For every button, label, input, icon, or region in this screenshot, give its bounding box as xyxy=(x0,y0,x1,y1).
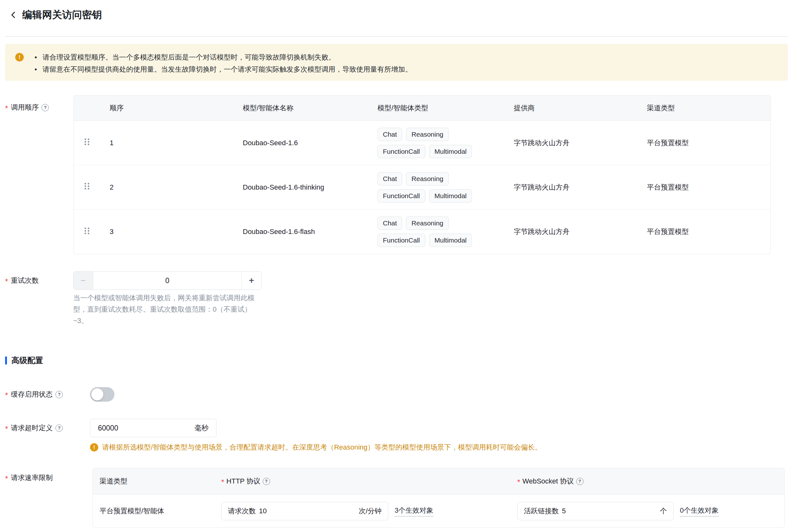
tag-line: Chat Reasoning xyxy=(378,172,514,186)
rate-http-cell: 请求次数 10 次/分钟 3个生效对象 xyxy=(221,502,517,520)
col-header-name: 模型/智能体名称 xyxy=(243,103,378,113)
decrease-button[interactable]: − xyxy=(74,272,93,289)
timeout-warning: 请根据所选模型/智能体类型与使用场景，合理配置请求超时。在深度思考（Reason… xyxy=(90,442,542,452)
provider: 字节跳动火山方舟 xyxy=(514,183,647,192)
model-name: Doubao-Seed-1.6 xyxy=(243,139,378,147)
type-tag: Chat xyxy=(378,128,402,141)
order-number: 2 xyxy=(110,183,243,191)
section-title: 高级配置 xyxy=(12,355,43,365)
rate-websocket-cell: 活跃链接数 5 个 0个生效对象 xyxy=(517,502,785,520)
increase-button[interactable]: + xyxy=(241,272,261,289)
timeout-unit: 毫秒 xyxy=(195,423,209,433)
header-divider xyxy=(5,36,788,37)
tag-line: Chat Reasoning xyxy=(378,216,514,230)
type-tag: Reasoning xyxy=(406,172,448,186)
chevron-left-icon xyxy=(9,10,18,20)
rate-channel-value: 平台预置模型/智能体 xyxy=(93,506,221,516)
section-accent-bar xyxy=(5,356,7,365)
help-icon[interactable] xyxy=(56,424,63,432)
col-header-type: 模型/智能体类型 xyxy=(378,103,514,113)
retry-stepper: − + xyxy=(73,271,262,290)
rate-limit-table: 渠道类型 HTTP 协议 WebSocket 协议 平台预置模型/智能体 请求次… xyxy=(93,468,785,528)
back-button[interactable] xyxy=(9,10,18,20)
required-asterisk xyxy=(5,103,8,112)
drag-handle-icon[interactable] xyxy=(84,183,90,190)
model-type-tags: Chat Reasoning FunctionCall Multimodal xyxy=(378,128,514,158)
retry-count-label: 重试次数 xyxy=(5,276,39,285)
type-tag: Multimodal xyxy=(429,234,472,247)
type-tag: Reasoning xyxy=(406,128,448,141)
timeout-label-text: 请求超时定义 xyxy=(11,423,53,433)
model-type-tags: Chat Reasoning FunctionCall Multimodal xyxy=(378,172,514,203)
channel-type: 平台预置模型 xyxy=(647,138,771,148)
warning-icon xyxy=(15,53,24,61)
retry-count-input[interactable] xyxy=(93,272,241,289)
edit-gateway-key-page: 编辑网关访问密钥 请合理设置模型顺序。当一个多模态模型后面是一个对话模型时，可能… xyxy=(0,0,793,532)
http-requests-prefix: 请求次数 xyxy=(228,506,256,516)
col-header-channel: 渠道类型 xyxy=(647,103,771,113)
notice-item-text: 请留意在不同模型提供商处的使用量。当发生故障切换时，一个请求可能实际触发多次模型… xyxy=(42,65,412,73)
call-order-label: 调用顺序 xyxy=(5,103,49,112)
required-asterisk xyxy=(5,276,8,285)
page-title: 编辑网关访问密钥 xyxy=(22,8,102,22)
timeout-label: 请求超时定义 xyxy=(5,423,63,433)
cache-status-label-text: 缓存启用状态 xyxy=(11,390,53,399)
model-name: Doubao-Seed-1.6-thinking xyxy=(243,183,378,191)
notice-item: 请合理设置模型顺序。当一个多模态模型后面是一个对话模型时，可能导致故障切换机制失… xyxy=(33,51,412,63)
model-type-tags: Chat Reasoning FunctionCall Multimodal xyxy=(378,216,514,247)
type-tag: FunctionCall xyxy=(378,145,425,158)
rate-limit-label: 请求速率限制 xyxy=(5,473,53,482)
rate-limit-label-text: 请求速率限制 xyxy=(11,473,53,482)
type-tag: Chat xyxy=(378,216,402,230)
notice-list: 请合理设置模型顺序。当一个多模态模型后面是一个对话模型时，可能导致故障切换机制失… xyxy=(33,51,412,81)
timeout-value[interactable]: 60000 xyxy=(98,424,118,433)
websocket-connections-value[interactable]: 5 xyxy=(562,507,566,515)
retry-help-text: 当一个模型或智能体调用失败后，网关将重新尝试调用此模型，直到重试次数耗尽。重试次… xyxy=(73,292,261,326)
http-requests-value[interactable]: 10 xyxy=(259,507,267,515)
call-order-table-header: 顺序 模型/智能体名称 模型/智能体类型 提供商 渠道类型 xyxy=(74,95,771,121)
col-header-order: 顺序 xyxy=(110,103,243,113)
rate-limit-table-header: 渠道类型 HTTP 协议 WebSocket 协议 xyxy=(93,468,785,495)
websocket-effective-objects-link[interactable]: 0个生效对象 xyxy=(680,506,718,516)
tag-line: FunctionCall Multimodal xyxy=(378,234,514,247)
page-header: 编辑网关访问密钥 xyxy=(9,8,102,22)
table-row: 2 Doubao-Seed-1.6-thinking Chat Reasonin… xyxy=(74,165,771,210)
rate-col-header-http-text: HTTP 协议 xyxy=(226,476,260,486)
required-asterisk xyxy=(517,477,520,486)
notice-item: 请留意在不同模型提供商处的使用量。当发生故障切换时，一个请求可能实际触发多次模型… xyxy=(33,63,412,75)
drag-handle-icon[interactable] xyxy=(84,228,90,234)
required-asterisk xyxy=(5,390,8,399)
advanced-config-section-header: 高级配置 xyxy=(5,355,43,365)
channel-type: 平台预置模型 xyxy=(647,183,771,192)
notice-banner: 请合理设置模型顺序。当一个多模态模型后面是一个对话模型时，可能导致故障切换机制失… xyxy=(5,44,788,81)
help-icon[interactable] xyxy=(263,478,270,485)
retry-count-label-text: 重试次数 xyxy=(11,276,39,285)
channel-type: 平台预置模型 xyxy=(647,227,771,236)
timeout-input[interactable]: 60000 毫秒 xyxy=(90,419,216,437)
help-icon[interactable] xyxy=(41,104,49,111)
type-tag: FunctionCall xyxy=(378,234,425,247)
required-asterisk xyxy=(221,477,224,486)
table-row: 1 Doubao-Seed-1.6 Chat Reasoning Functio… xyxy=(74,121,771,165)
order-number: 1 xyxy=(110,139,243,147)
rate-col-header-websocket-text: WebSocket 协议 xyxy=(522,476,574,486)
websocket-connections-input[interactable]: 活跃链接数 5 个 xyxy=(517,502,674,520)
websocket-connections-prefix: 活跃链接数 xyxy=(524,506,559,516)
websocket-connections-unit: 个 xyxy=(656,506,667,516)
drag-handle-icon[interactable] xyxy=(84,138,90,145)
cache-toggle[interactable] xyxy=(90,387,114,402)
http-requests-unit: 次/分钟 xyxy=(355,506,382,516)
notice-item-text: 请合理设置模型顺序。当一个多模态模型后面是一个对话模型时，可能导致故障切换机制失… xyxy=(42,53,335,61)
http-effective-objects-link[interactable]: 3个生效对象 xyxy=(394,506,433,516)
type-tag: FunctionCall xyxy=(378,189,425,203)
table-row: 3 Doubao-Seed-1.6-flash Chat Reasoning F… xyxy=(74,210,771,254)
http-requests-input[interactable]: 请求次数 10 次/分钟 xyxy=(221,502,388,520)
model-name: Doubao-Seed-1.6-flash xyxy=(243,228,378,236)
type-tag: Multimodal xyxy=(429,189,472,203)
type-tag: Chat xyxy=(378,172,402,186)
help-icon[interactable] xyxy=(576,478,583,485)
rate-col-header-channel: 渠道类型 xyxy=(93,476,221,486)
cache-status-label: 缓存启用状态 xyxy=(5,390,63,399)
help-icon[interactable] xyxy=(56,391,63,398)
col-header-provider: 提供商 xyxy=(514,103,647,113)
